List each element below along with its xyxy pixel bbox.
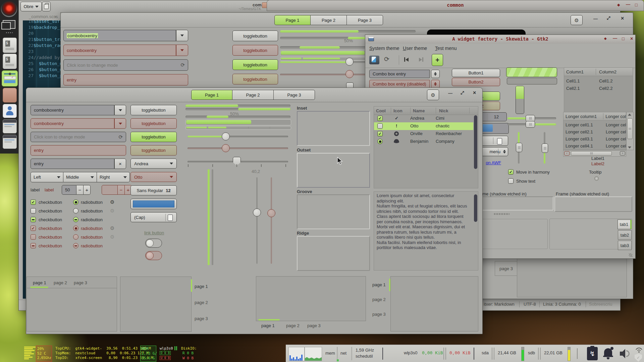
gtk2-link[interactable]: on AWF	[482, 160, 501, 165]
mem-label[interactable]: mem	[325, 351, 335, 356]
gtk2-vslider-wide[interactable]	[516, 86, 524, 114]
checkbutton-label[interactable]: checkbutton	[39, 208, 62, 214]
treeview[interactable]: Cool Icon Name Nick ✓✓ AndreaCimi ! Otto…	[374, 106, 478, 188]
gtk2-minimize-icon[interactable]: —	[613, 36, 617, 41]
color-button[interactable]	[130, 199, 177, 209]
gtk2-table2-vscrollbar[interactable]	[626, 112, 634, 150]
gtk2-maximize-icon[interactable]: □	[622, 36, 625, 41]
col-header-cool[interactable]: Cool	[374, 108, 391, 113]
terminal-window-icon-1[interactable]	[3, 119, 17, 133]
disk-sdb[interactable]: sdb	[528, 350, 535, 355]
paste-icon-button[interactable]	[42, 2, 51, 11]
titlebar-minimize-icon[interactable]: —	[626, 2, 630, 7]
front-restore-icon[interactable]: ⤢	[461, 90, 464, 96]
skip-start-icon[interactable]	[404, 57, 409, 62]
wifi-interface[interactable]: wlp3s0	[404, 350, 417, 355]
wifi-icon[interactable]	[635, 348, 643, 353]
cpu-governor[interactable]: schedutil	[356, 354, 373, 359]
align-middle-combo[interactable]: Middle	[63, 172, 97, 182]
togglebutton-normal[interactable]: togglebutton	[130, 105, 177, 115]
tab-close-icon[interactable]: ×	[54, 14, 57, 19]
menu-test-menu[interactable]: Test menu	[435, 46, 457, 51]
vscale[interactable]	[256, 177, 258, 264]
showtext-checkbox[interactable]	[508, 178, 514, 184]
switch-off[interactable]	[145, 239, 162, 248]
align-right-combo[interactable]: Right	[97, 172, 130, 182]
table-row-selected[interactable]: ! Ottochaotic	[374, 122, 473, 130]
front-tab-page2[interactable]: Page 2	[232, 90, 274, 100]
clear-entry[interactable]: entry	[31, 159, 114, 169]
nb2-tab-page1[interactable]: page 1	[195, 284, 208, 289]
gtk2-vscale-1-knob[interactable]	[516, 143, 522, 152]
textview[interactable]: Lorem ipsum dolor sit amet, consectetur …	[374, 191, 478, 270]
harmony-checkbox[interactable]: ✓	[508, 169, 514, 175]
gtk2-combo-entry[interactable]: Combo box entry	[369, 70, 430, 78]
cpu-freq[interactable]: 1,59 GHz	[356, 348, 374, 353]
tab-common-scss[interactable]: _common.scss	[29, 14, 58, 19]
statusbar-encoding[interactable]: UTF-8	[524, 302, 536, 307]
checkbutton-indeterminate[interactable]	[31, 217, 36, 222]
disk-sda[interactable]: sda	[482, 350, 489, 355]
notification-bell-icon[interactable]	[603, 348, 613, 360]
bg-togglebutton-3[interactable]: togglebutton	[232, 59, 278, 70]
comboboxentry[interactable]: comboboxentry	[31, 105, 114, 115]
cpu-graph[interactable]	[288, 347, 305, 361]
statusbar-filetype[interactable]: itxer: Markdown	[484, 302, 515, 307]
gtk2-vscale-2-knob[interactable]	[542, 143, 548, 153]
bg-gear-button[interactable]: ⚙	[571, 15, 583, 25]
net-label[interactable]: net	[340, 351, 346, 356]
spin-value[interactable]: 50	[62, 185, 76, 195]
menu-system-theme[interactable]: System theme	[369, 46, 399, 51]
radiobutton-unselected[interactable]	[73, 208, 78, 214]
common-titlebar[interactable]: common ◆ — □ ×	[267, 0, 644, 11]
shield-icon[interactable]: ✓	[635, 354, 642, 362]
gtk2-hscale-2-knob[interactable]	[526, 121, 535, 128]
col-header-nick[interactable]: Nick	[436, 108, 448, 113]
vscale-knob[interactable]	[253, 208, 261, 217]
gtk2-vtab-3[interactable]: tab3	[618, 241, 632, 250]
bg-combo-arrow[interactable]	[176, 30, 188, 41]
icon-entry[interactable]: Click icon to change mode⟳	[31, 132, 126, 142]
spin-plus-button[interactable]: +	[84, 185, 91, 195]
nb1-tab-page1[interactable]: page 1	[33, 280, 46, 285]
contacts-icon[interactable]	[3, 104, 17, 118]
front-tab-page1[interactable]: Page 1	[191, 90, 232, 100]
add-button[interactable]: +	[432, 54, 443, 66]
doc-money-icon[interactable]: $	[3, 38, 17, 53]
nb2-tab-page2[interactable]: page 2	[195, 300, 208, 305]
andrea-combo[interactable]: Andrea	[130, 159, 177, 169]
treeview-scrollbar[interactable]	[474, 115, 477, 187]
radiobutton-indeterminate[interactable]	[73, 217, 78, 222]
nb1-tab-page2[interactable]: page 2	[54, 280, 67, 285]
nb4-tab-page1[interactable]: page 1	[372, 282, 386, 287]
nb1-tab-page3[interactable]: page 3	[74, 280, 87, 285]
doc-money-icon-2[interactable]: $	[3, 54, 17, 69]
mem-graph[interactable]	[305, 347, 322, 361]
nb4-tab-page2[interactable]: page 2	[372, 297, 386, 302]
entry-clear-button[interactable]: ×	[114, 159, 126, 169]
bg-comboboxentry[interactable]: comboboxentry	[63, 30, 176, 41]
refresh-icon[interactable]: ⟳	[180, 62, 185, 68]
bg-togglebutton-1[interactable]: togglebutton	[232, 31, 278, 41]
bg-tab-page2[interactable]: Page 2	[311, 15, 347, 25]
paned-grip[interactable]	[494, 213, 509, 215]
nb3-tab-page2[interactable]: page 2	[286, 323, 300, 328]
table-row[interactable]: ✓ OrvilleRedenbacher	[374, 130, 473, 138]
nb2-tab-page3[interactable]: page 3	[195, 316, 208, 321]
table-row[interactable]: ✓✓ AndreaCimi	[374, 115, 473, 122]
menu-user-theme[interactable]: User theme	[403, 46, 427, 51]
bg-scale-1-knob[interactable]	[345, 58, 354, 66]
gtk2-hscale-1-knob[interactable]	[526, 115, 535, 122]
titlebar-maximize-icon[interactable]: □	[635, 2, 638, 7]
checkbutton-label[interactable]: checkbutton	[39, 217, 62, 222]
col-header-name[interactable]: Name	[410, 108, 436, 113]
nb3-tab-page3[interactable]: page 3	[307, 323, 321, 328]
link-button[interactable]: link button	[144, 230, 164, 235]
textview-scrollbar[interactable]	[474, 193, 477, 269]
gtk2-vtab-2[interactable]: tab2	[618, 230, 632, 240]
statusbar-overwrite[interactable]: Sobreescriu	[589, 302, 612, 307]
checkbutton-checked[interactable]: ✓	[31, 199, 36, 205]
front-tab-page3[interactable]: Page 3	[274, 90, 315, 100]
gtk2-button1[interactable]: Button1	[452, 69, 500, 77]
statusbar-position[interactable]: Línia: 3 Columna: 0	[543, 302, 581, 307]
